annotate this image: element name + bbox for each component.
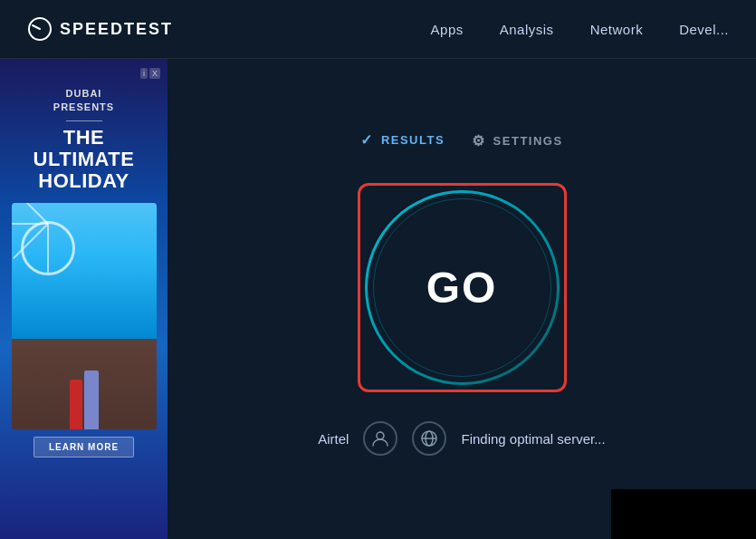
ad-info-icon[interactable]: i: [140, 68, 148, 79]
isp-label: Airtel: [318, 431, 349, 447]
logo[interactable]: SPEEDTEST: [27, 16, 173, 42]
globe-icon[interactable]: [412, 421, 446, 456]
content-area: ✓ RESULTS ⚙ SETTINGS GO Airtel: [167, 59, 756, 539]
tab-results[interactable]: ✓ RESULTS: [360, 131, 445, 154]
ferris-wheel-icon: [21, 221, 75, 275]
ad-close-icon[interactable]: X: [149, 68, 160, 79]
tab-settings[interactable]: ⚙ SETTINGS: [472, 132, 563, 153]
ad-controls: i X: [140, 68, 160, 79]
nav-analysis[interactable]: Analysis: [500, 22, 554, 37]
people-silhouette: [70, 371, 99, 429]
settings-gear-icon: ⚙: [472, 132, 486, 149]
tabs-bar: ✓ RESULTS ⚙ SETTINGS: [360, 131, 562, 154]
main-nav: Apps Analysis Network Devel...: [431, 22, 729, 37]
finding-server-label: Finding optimal server...: [461, 429, 605, 448]
ad-city-label: DUBAI PRESENTS: [53, 87, 114, 115]
ad-sidebar: i X DUBAI PRESENTS THE ULTIMATE HOLIDAY: [0, 59, 167, 539]
header: SPEEDTEST Apps Analysis Network Devel...: [0, 0, 756, 59]
svg-point-1: [377, 432, 384, 439]
go-button[interactable]: GO: [365, 190, 560, 385]
nav-network[interactable]: Network: [590, 22, 644, 37]
go-button-label: GO: [426, 263, 498, 313]
status-bar: Airtel Finding optimal server...: [318, 421, 605, 456]
go-button-container: GO: [365, 190, 560, 385]
speedtest-logo-icon: [27, 16, 53, 42]
nav-developers[interactable]: Devel...: [679, 22, 729, 37]
main-layout: i X DUBAI PRESENTS THE ULTIMATE HOLIDAY: [0, 59, 756, 539]
results-check-icon: ✓: [360, 131, 374, 149]
ad-image: [12, 203, 157, 429]
black-bar: [611, 489, 756, 539]
nav-apps[interactable]: Apps: [431, 22, 464, 37]
ad-cta-button[interactable]: LEARN MORE: [33, 437, 134, 457]
ad-headline: THE ULTIMATE HOLIDAY: [33, 127, 135, 193]
logo-text: SPEEDTEST: [60, 20, 173, 39]
ad-divider: [66, 120, 102, 121]
user-icon[interactable]: [363, 421, 397, 456]
ad-box: i X DUBAI PRESENTS THE ULTIMATE HOLIDAY: [0, 59, 167, 539]
ad-top-bar: i X: [7, 68, 160, 79]
